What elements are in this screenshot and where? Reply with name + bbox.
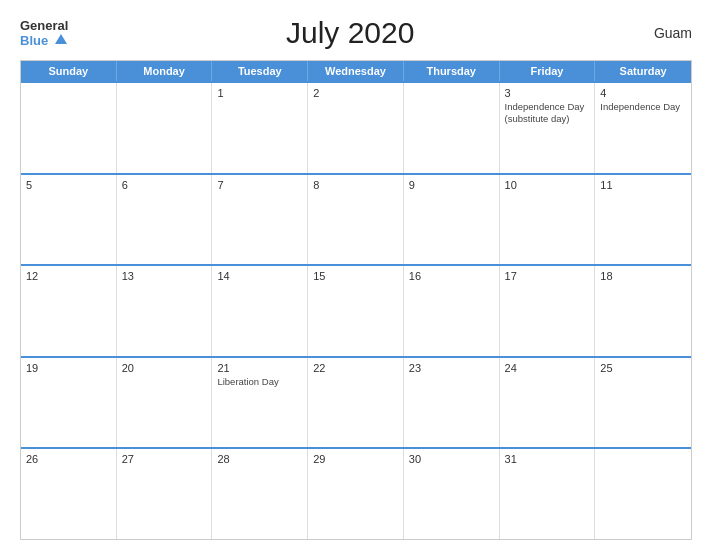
cell-day-number: 13 (122, 270, 207, 282)
cell-day-number: 9 (409, 179, 494, 191)
calendar-cell: 3Independence Day (substitute day) (500, 83, 596, 173)
calendar-cell: 18 (595, 266, 691, 356)
cell-day-number: 23 (409, 362, 494, 374)
cell-day-number: 21 (217, 362, 302, 374)
cell-day-number: 19 (26, 362, 111, 374)
calendar-cell: 13 (117, 266, 213, 356)
cell-day-number: 26 (26, 453, 111, 465)
calendar-header: SundayMondayTuesdayWednesdayThursdayFrid… (21, 61, 691, 81)
cell-day-number: 18 (600, 270, 686, 282)
calendar-cell: 1 (212, 83, 308, 173)
calendar-header-day: Sunday (21, 61, 117, 81)
calendar-cell: 19 (21, 358, 117, 448)
calendar-cell: 4Independence Day (595, 83, 691, 173)
calendar-week-row: 567891011 (21, 173, 691, 265)
cell-day-number: 31 (505, 453, 590, 465)
logo: General Blue (20, 19, 68, 48)
cell-day-number: 17 (505, 270, 590, 282)
cell-event-label: Independence Day (600, 101, 686, 113)
cell-event-label: Independence Day (substitute day) (505, 101, 590, 126)
cell-day-number: 4 (600, 87, 686, 99)
cell-day-number: 12 (26, 270, 111, 282)
calendar-cell: 21Liberation Day (212, 358, 308, 448)
cell-day-number: 2 (313, 87, 398, 99)
cell-day-number: 10 (505, 179, 590, 191)
calendar-header-day: Thursday (404, 61, 500, 81)
calendar-cell (21, 83, 117, 173)
cell-day-number: 7 (217, 179, 302, 191)
calendar-header-day: Wednesday (308, 61, 404, 81)
calendar-cell: 25 (595, 358, 691, 448)
cell-day-number: 3 (505, 87, 590, 99)
calendar-header-day: Friday (500, 61, 596, 81)
calendar: SundayMondayTuesdayWednesdayThursdayFrid… (20, 60, 692, 540)
cell-day-number: 15 (313, 270, 398, 282)
calendar-cell: 17 (500, 266, 596, 356)
calendar-cell: 7 (212, 175, 308, 265)
calendar-cell: 26 (21, 449, 117, 539)
cell-day-number: 20 (122, 362, 207, 374)
calendar-cell: 10 (500, 175, 596, 265)
calendar-cell: 9 (404, 175, 500, 265)
calendar-week-row: 262728293031 (21, 447, 691, 539)
cell-day-number: 22 (313, 362, 398, 374)
calendar-cell: 31 (500, 449, 596, 539)
calendar-cell: 23 (404, 358, 500, 448)
calendar-cell (595, 449, 691, 539)
calendar-cell: 14 (212, 266, 308, 356)
cell-day-number: 11 (600, 179, 686, 191)
calendar-cell: 28 (212, 449, 308, 539)
calendar-cell: 15 (308, 266, 404, 356)
country-label: Guam (632, 25, 692, 41)
calendar-cell: 27 (117, 449, 213, 539)
calendar-header-day: Saturday (595, 61, 691, 81)
cell-day-number: 6 (122, 179, 207, 191)
cell-day-number: 27 (122, 453, 207, 465)
calendar-cell: 30 (404, 449, 500, 539)
calendar-cell: 8 (308, 175, 404, 265)
cell-day-number: 16 (409, 270, 494, 282)
cell-day-number: 14 (217, 270, 302, 282)
cell-day-number: 28 (217, 453, 302, 465)
calendar-cell: 22 (308, 358, 404, 448)
calendar-body: 123Independence Day (substitute day)4Ind… (21, 81, 691, 539)
calendar-cell: 5 (21, 175, 117, 265)
calendar-cell: 2 (308, 83, 404, 173)
calendar-cell: 12 (21, 266, 117, 356)
cell-day-number: 8 (313, 179, 398, 191)
calendar-title: July 2020 (68, 16, 632, 50)
calendar-header-day: Tuesday (212, 61, 308, 81)
cell-day-number: 1 (217, 87, 302, 99)
cell-day-number: 5 (26, 179, 111, 191)
calendar-cell: 6 (117, 175, 213, 265)
calendar-cell (117, 83, 213, 173)
page: General Blue July 2020 Guam SundayMonday… (0, 0, 712, 550)
header: General Blue July 2020 Guam (20, 16, 692, 50)
calendar-week-row: 123Independence Day (substitute day)4Ind… (21, 81, 691, 173)
calendar-cell: 16 (404, 266, 500, 356)
cell-day-number: 24 (505, 362, 590, 374)
cell-day-number: 25 (600, 362, 686, 374)
calendar-cell: 20 (117, 358, 213, 448)
logo-blue-text: Blue (20, 32, 68, 48)
cell-event-label: Liberation Day (217, 376, 302, 388)
calendar-cell (404, 83, 500, 173)
calendar-cell: 29 (308, 449, 404, 539)
logo-general-text: General (20, 19, 68, 32)
calendar-week-row: 192021Liberation Day22232425 (21, 356, 691, 448)
calendar-header-day: Monday (117, 61, 213, 81)
cell-day-number: 29 (313, 453, 398, 465)
calendar-cell: 11 (595, 175, 691, 265)
logo-triangle-icon (55, 34, 67, 44)
calendar-cell: 24 (500, 358, 596, 448)
cell-day-number: 30 (409, 453, 494, 465)
calendar-week-row: 12131415161718 (21, 264, 691, 356)
